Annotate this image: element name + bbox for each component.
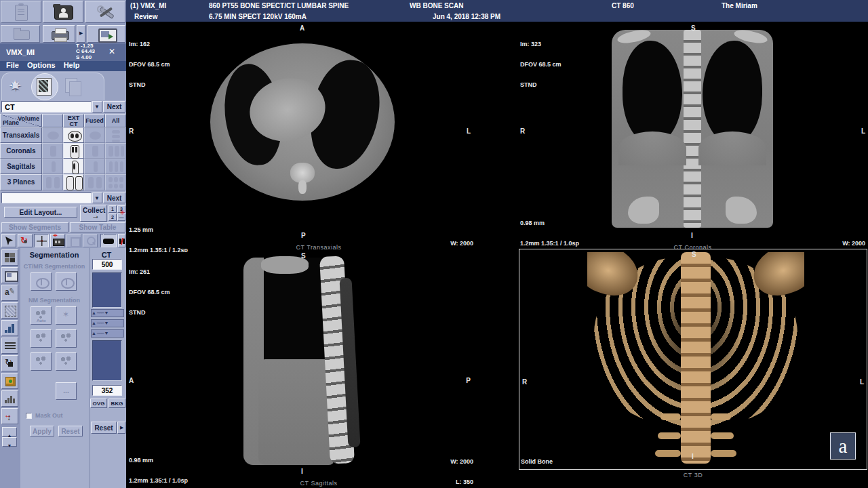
- series-next-button[interactable]: Next: [103, 101, 125, 113]
- nm-auto-button[interactable]: Auto: [31, 306, 52, 325]
- roi-tab[interactable]: [1, 302, 18, 319]
- thumb-sagittals-fused[interactable]: [84, 159, 105, 174]
- cine-tool-button[interactable]: ◂▸: [50, 234, 65, 247]
- thumb-3planes-extct-selected[interactable]: [63, 174, 84, 190]
- ct-lower-slider-track[interactable]: [92, 340, 122, 381]
- series-dropdown-button[interactable]: ▼: [92, 101, 102, 113]
- spinner-down-icon[interactable]: ▼: [104, 321, 108, 325]
- scroll-down-button[interactable]: ▼: [2, 437, 17, 447]
- thumb-3planes-ct[interactable]: [42, 174, 63, 190]
- ctmr-seg-button-2[interactable]: [56, 272, 77, 291]
- pan-tool-button-disabled[interactable]: [66, 234, 81, 247]
- ct-upper-slider-track[interactable]: [92, 272, 122, 308]
- more-options-button[interactable]: ...: [56, 382, 77, 400]
- layout-dropdown-button[interactable]: ▼: [92, 192, 102, 203]
- thumb-sagittals-extct-selected[interactable]: [63, 159, 84, 174]
- ctmr-seg-button-1[interactable]: [31, 272, 52, 291]
- collect-cell-2[interactable]: 2: [108, 214, 117, 221]
- viewport-ct-sagittals[interactable]: Im: 261 DFOV 68.5 cm STND S A P 0.98 mm …: [126, 252, 511, 488]
- axial-thickness: 1.25 mm: [129, 226, 188, 233]
- thumb-sagittals-all[interactable]: [105, 159, 126, 174]
- scroll-up-button[interactable]: ▲: [2, 427, 17, 436]
- pointer-tool-button[interactable]: [1, 234, 16, 247]
- threshold-spinner-2[interactable]: ▲ ━━━ ▼: [91, 319, 124, 327]
- rotate-ball: [24, 240, 27, 243]
- ovg-button[interactable]: OVG: [90, 399, 107, 408]
- menu-help[interactable]: Help: [64, 61, 80, 69]
- thumb-3planes-fused[interactable]: [84, 174, 105, 190]
- spinner-up-icon[interactable]: ▲: [92, 321, 96, 325]
- rotate-tool-button[interactable]: ↻: [18, 234, 33, 247]
- threshold-spinner-1[interactable]: ▲ ━━━ ▼: [91, 309, 124, 317]
- save-screen-button[interactable]: [1, 25, 40, 43]
- bkg-button[interactable]: BKG: [108, 399, 125, 408]
- histogram-tab[interactable]: [1, 320, 18, 336]
- thumb-transaxials-extct-selected[interactable]: [63, 127, 84, 143]
- viewport-ct-transaxials[interactable]: Im: 162 DFOV 68.5 cm STND A R L 1.25 mm …: [126, 24, 511, 251]
- nm-seg-button-5[interactable]: [31, 352, 52, 371]
- collect-button[interactable]: Collect →: [80, 205, 107, 222]
- show-table-button[interactable]: Show Table: [70, 222, 125, 232]
- close-icon[interactable]: ✕: [108, 47, 115, 56]
- list-tab[interactable]: [1, 338, 18, 354]
- tab-images-selected[interactable]: [31, 73, 58, 100]
- layout-next-button[interactable]: Next: [103, 192, 125, 203]
- annotate-tab[interactable]: a ✎: [1, 285, 18, 301]
- nm-star-button[interactable]: ✶: [56, 306, 77, 325]
- tab-copy-disabled[interactable]: [62, 77, 83, 97]
- mask-out-checkbox[interactable]: [26, 413, 32, 419]
- ct-lower-threshold-value[interactable]: 352: [92, 385, 122, 396]
- utilities-button[interactable]: [85, 1, 125, 23]
- spinner-down-icon[interactable]: ▼: [104, 331, 108, 336]
- apply-button[interactable]: Apply: [30, 426, 54, 436]
- spinner-down-icon[interactable]: ▼: [104, 310, 108, 315]
- thumb-coronals-fused[interactable]: [84, 143, 105, 159]
- menu-file[interactable]: File: [6, 61, 19, 69]
- show-segments-button[interactable]: Show Segments: [1, 222, 68, 232]
- axial-info-overlay: Im: 162 DFOV 68.5 cm STND: [129, 27, 170, 102]
- spinner-up-icon[interactable]: ▲: [92, 310, 96, 315]
- thumb-coronals-ct[interactable]: [42, 143, 63, 159]
- rotate3d-tab[interactable]: ↻: [1, 355, 18, 371]
- display-split-button[interactable]: [118, 234, 125, 247]
- screen-capture-button[interactable]: [87, 25, 125, 43]
- pan-move-tab[interactable]: ↔ ↕: [1, 408, 18, 424]
- thumb-3planes-all[interactable]: [105, 174, 126, 190]
- menu-options[interactable]: Options: [27, 61, 56, 69]
- threshold-spinner-3[interactable]: ▲ ━━━ ▼: [91, 329, 124, 338]
- seg-reset-button[interactable]: Reset: [58, 426, 83, 436]
- nm-seg-button-3[interactable]: [31, 329, 52, 348]
- collect-cell-1[interactable]: 1: [108, 205, 117, 213]
- zoom-tool-button-disabled[interactable]: [83, 234, 98, 247]
- viewport-ct-coronals[interactable]: Im: 323 DFOV 68.5 cm STND S R L 0.98 mm …: [517, 24, 868, 251]
- ct-reset-more-button[interactable]: ▶: [117, 422, 125, 434]
- ct-reset-button[interactable]: Reset: [91, 422, 117, 434]
- capture-tab[interactable]: [1, 267, 18, 283]
- orientation-l: L: [861, 127, 865, 135]
- ct-upper-threshold-value[interactable]: 500: [92, 259, 122, 270]
- thumb-sagittals-ct[interactable]: [42, 159, 63, 174]
- layout-select-input[interactable]: [1, 192, 92, 203]
- edit-layout-button[interactable]: Edit Layout...: [4, 207, 77, 218]
- worklist-button[interactable]: [1, 1, 41, 23]
- thumb-transaxials-ct[interactable]: [42, 127, 63, 143]
- thumb-coronals-extct-selected[interactable]: [63, 143, 84, 159]
- thumb-transaxials-all[interactable]: [105, 127, 126, 143]
- print-button[interactable]: [43, 25, 75, 43]
- thumb-transaxials-fused[interactable]: [84, 127, 105, 143]
- display-normal-button[interactable]: [100, 234, 117, 247]
- print-options-button[interactable]: ▶: [77, 25, 85, 43]
- layout-grid-tab[interactable]: [1, 249, 18, 266]
- chart-tab[interactable]: [1, 390, 18, 407]
- crosshair-tool-button[interactable]: [34, 234, 49, 247]
- tab-views[interactable]: ✦ ✦: [5, 75, 28, 98]
- spinner-up-icon[interactable]: ▲: [92, 331, 96, 336]
- nm-seg-button-4[interactable]: [56, 329, 77, 348]
- thumb-coronals-all[interactable]: [105, 143, 126, 159]
- nm-seg-button-6[interactable]: [56, 352, 77, 371]
- orientation-l: L: [860, 378, 864, 386]
- patient-browser-button[interactable]: [43, 1, 83, 23]
- viewport-ct-3d[interactable]: S R L I Solid Bone a CT 3D: [519, 249, 867, 470]
- series-select-input[interactable]: [1, 101, 92, 113]
- cube-render-tab[interactable]: [1, 373, 18, 389]
